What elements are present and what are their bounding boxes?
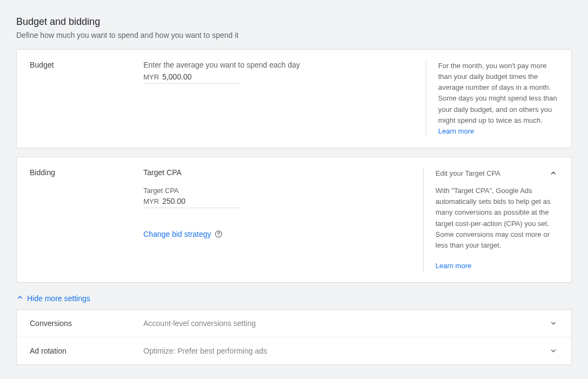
- more-settings-list: Conversions Account-level conversions se…: [16, 309, 572, 365]
- bidding-main: Target CPA Target CPA MYR Change bid str…: [143, 168, 423, 271]
- ad-rotation-row[interactable]: Ad rotation Optimize: Prefer best perfor…: [17, 337, 571, 364]
- ad-rotation-value: Optimize: Prefer best performing ads: [143, 347, 549, 355]
- bidding-field-label: Target CPA: [143, 187, 423, 195]
- page-header: Budget and bidding Define how much you w…: [16, 16, 572, 39]
- bidding-currency: MYR: [143, 197, 159, 205]
- page-title: Budget and bidding: [16, 16, 572, 28]
- budget-label: Budget: [30, 61, 143, 137]
- conversions-value: Account-level conversions setting: [143, 319, 549, 328]
- budget-hint: Enter the average you want to spend each…: [143, 61, 426, 69]
- bidding-side-panel: Edit your Target CPA With "Target CPA", …: [423, 168, 558, 271]
- help-icon[interactable]: [214, 230, 223, 238]
- conversions-row[interactable]: Conversions Account-level conversions se…: [17, 310, 571, 337]
- budget-amount-input[interactable]: [162, 72, 241, 81]
- chevron-down-icon: [549, 346, 558, 356]
- hide-more-settings-label: Hide more settings: [27, 294, 90, 303]
- bidding-side-header: Edit your Target CPA: [435, 168, 500, 179]
- page-subtitle: Define how much you want to spend and ho…: [16, 31, 572, 39]
- bidding-label: Bidding: [30, 168, 143, 271]
- bidding-input-row[interactable]: MYR: [143, 197, 241, 208]
- bidding-card: Bidding Target CPA Target CPA MYR Change…: [16, 157, 572, 283]
- chevron-up-icon[interactable]: [549, 168, 558, 178]
- ad-rotation-label: Ad rotation: [30, 347, 143, 355]
- bidding-learn-more-link[interactable]: Learn more: [435, 262, 471, 270]
- hide-more-settings-toggle[interactable]: Hide more settings: [16, 294, 572, 303]
- budget-side-text: For the month, you won't pay more than y…: [438, 62, 557, 124]
- svg-point-1: [219, 236, 219, 236]
- change-bid-strategy-link[interactable]: Change bid strategy: [143, 230, 211, 238]
- change-bid-strategy-row[interactable]: Change bid strategy: [143, 230, 423, 238]
- budget-currency: MYR: [143, 73, 159, 81]
- budget-learn-more-link[interactable]: Learn more: [438, 127, 474, 135]
- budget-card: Budget Enter the average you want to spe…: [16, 49, 572, 148]
- bidding-strategy-name: Target CPA: [143, 168, 423, 177]
- budget-main: Enter the average you want to spend each…: [143, 61, 426, 137]
- chevron-down-icon: [549, 318, 558, 328]
- chevron-up-icon: [16, 294, 24, 303]
- budget-input-row[interactable]: MYR: [143, 72, 241, 84]
- conversions-label: Conversions: [30, 319, 143, 328]
- bidding-side-text: With "Target CPA", Google Ads automatica…: [435, 185, 558, 251]
- budget-side-panel: For the month, you won't pay more than y…: [426, 61, 558, 137]
- bidding-amount-input[interactable]: [162, 197, 241, 205]
